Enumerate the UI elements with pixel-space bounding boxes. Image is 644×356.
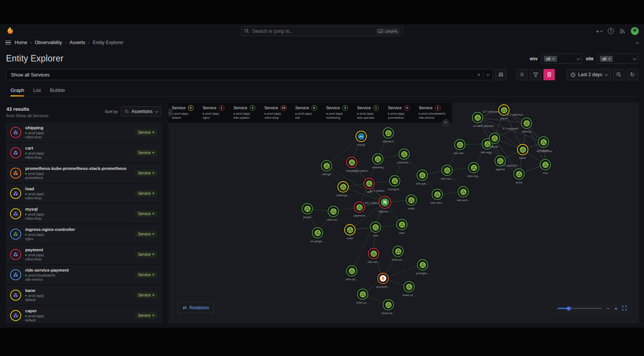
graph-node-shipping[interactable]: [346, 157, 357, 168]
graph-node-web[interactable]: [396, 219, 407, 230]
graph-node-catalogue[interactable]: [337, 181, 349, 193]
relations-button[interactable]: ⇄ Relations: [178, 302, 214, 313]
graph-node-kepler[interactable]: [489, 133, 500, 144]
service-list-item[interactable]: paymentprod (app)robot-shopService: [6, 244, 162, 265]
graph-node-kube_pr3[interactable]: [357, 289, 368, 300]
graph-node-loki_writ[interactable]: [458, 186, 469, 197]
legend-group[interactable]: Service4prod (app)prometheus: [388, 105, 418, 120]
breadcrumb-item[interactable]: Observability: [35, 40, 62, 45]
graph-node-kube_pr1[interactable]: [392, 246, 404, 257]
graph-node-agenta[interactable]: [494, 155, 506, 167]
delete-button[interactable]: [543, 69, 555, 80]
graph-node-pushgat[interactable]: [417, 259, 428, 270]
graph-node-load[interactable]: [344, 224, 356, 235]
user-avatar[interactable]: [631, 27, 639, 35]
graph-node-redis[interactable]: [406, 194, 417, 206]
service-list-item[interactable]: cartprod (app)robot-shopService: [6, 143, 162, 163]
legend-group[interactable]: Service9prod (app)default: [172, 105, 202, 120]
service-list-item[interactable]: prometheus-kube-prometheus-stack-prometh…: [6, 163, 162, 183]
graph-node-payment[interactable]: [354, 202, 365, 213]
chevron-down-icon[interactable]: [487, 73, 490, 76]
graph-node-deimos[interactable]: [521, 118, 532, 129]
search-input[interactable]: [252, 28, 373, 34]
zoom-out-time-button[interactable]: [613, 69, 624, 80]
service-list-item[interactable]: mysqlprod (app)robot-shopService: [6, 204, 162, 224]
graph-node-ratings[interactable]: [321, 160, 332, 171]
graph-node-loki_gat[interactable]: [417, 170, 428, 181]
graph-node-dispatch[interactable]: [383, 127, 394, 139]
graph-node-jaeger[interactable]: [302, 203, 313, 214]
graph-node-kube_pr2[interactable]: [403, 281, 415, 292]
tab-list[interactable]: List: [33, 87, 41, 96]
zoom-slider[interactable]: [557, 308, 602, 309]
graph-node-rabbitmq[interactable]: [372, 153, 383, 165]
grafana-logo-icon[interactable]: [5, 26, 15, 36]
graph-node-ride_ser[interactable]: [368, 248, 379, 259]
legend-group[interactable]: Service1prod (cloudwatch)ride-service: [419, 105, 449, 120]
zoom-out-button[interactable]: −: [606, 306, 610, 311]
tab-graph[interactable]: Graph: [11, 87, 24, 96]
legend-group[interactable]: Service3prod (app)istio-system: [233, 105, 264, 120]
clear-filter-icon[interactable]: ×: [477, 72, 480, 78]
graph-node-fluent[interactable]: [383, 299, 394, 310]
zoom-in-button[interactable]: +: [614, 306, 618, 311]
graph-node-current[interactable]: [472, 112, 483, 123]
global-search[interactable]: cmd+k: [241, 26, 403, 36]
service-list-item[interactable]: ingress-nginx-controllerprod (app)nginxS…: [6, 224, 162, 244]
graph-node-otel[interactable]: [328, 206, 339, 217]
settings-button[interactable]: [516, 69, 528, 80]
graph-node-loki_rea[interactable]: [441, 165, 453, 176]
graph-node-prometheus[interactable]: [398, 148, 410, 160]
menu-toggle-icon[interactable]: [5, 41, 11, 45]
graph-node-user[interactable]: [370, 222, 381, 233]
fullscreen-button[interactable]: [622, 306, 627, 311]
graph-node-es_jaeger[interactable]: [312, 227, 323, 238]
graph-node-mongodb[interactable]: [389, 175, 400, 186]
collapse-legend-icon[interactable]: [442, 119, 449, 126]
remove-env-value-icon[interactable]: ×: [552, 57, 554, 61]
graph-node-loki_can[interactable]: [454, 139, 465, 150]
legend-group[interactable]: Service1prod (app)istio-operator: [357, 105, 387, 120]
service-filter-value[interactable]: [10, 72, 474, 78]
tab-bubble[interactable]: Bubble: [50, 87, 65, 96]
graph-node-caper[interactable]: [498, 104, 510, 116]
env-select[interactable]: all×: [541, 53, 582, 64]
help-icon[interactable]: ?: [608, 28, 614, 34]
graph-node-loki_mini[interactable]: [432, 189, 443, 200]
service-list-item[interactable]: ride-service-paymentprod (cloudwatch)rid…: [6, 265, 162, 285]
refresh-button[interactable]: ↻: [627, 69, 638, 80]
graph-node-prometh2[interactable]: [377, 273, 389, 284]
legend-group[interactable]: Service6prod (app)loki: [295, 105, 325, 120]
graph-node-istio_ing[interactable]: [468, 162, 479, 173]
graph-node-amia[interactable]: [513, 168, 525, 180]
service-list-item[interactable]: shippingprod (app)robot-shopService: [6, 122, 162, 143]
graph-node-polyjuan[interactable]: [538, 136, 549, 148]
legend-group[interactable]: Service15prod (app)robot-shop: [264, 105, 295, 120]
legend-group[interactable]: Service3prod (app)monitoring: [326, 105, 356, 120]
breadcrumb-item[interactable]: Home: [15, 40, 27, 45]
service-list-item[interactable]: caperprod (app)defaultService: [6, 306, 162, 323]
graph-node-mysql[interactable]: [356, 131, 367, 142]
sort-select[interactable]: Assertions: [121, 106, 161, 116]
breadcrumb-item[interactable]: Asserts: [70, 40, 85, 45]
graph-node-istio_op[interactable]: [346, 265, 357, 277]
graph-node-mul[interactable]: [540, 159, 551, 170]
graph-node-ingress[interactable]: N: [378, 196, 391, 209]
site-select[interactable]: all×: [597, 53, 638, 64]
graph-node-bane[interactable]: [517, 144, 528, 155]
service-list-item[interactable]: baneprod (app)defaultService: [6, 285, 162, 306]
news-icon[interactable]: [620, 28, 625, 34]
graph-node-label: ingress-...: [372, 210, 398, 213]
service-filter-input[interactable]: ×: [6, 69, 493, 80]
time-range-picker[interactable]: Last 2 days: [567, 69, 611, 80]
filter-options-button[interactable]: [495, 69, 507, 80]
graph-node-cart[interactable]: [363, 178, 375, 189]
remove-site-value-icon[interactable]: ×: [608, 57, 610, 61]
graph-node-label: kube-pr...: [396, 293, 422, 297]
legend-group[interactable]: Service1prod (app)nginx: [203, 105, 233, 120]
zoom-slider-knob[interactable]: [566, 306, 571, 310]
collapse-header-icon[interactable]: [636, 39, 639, 46]
service-list-item[interactable]: loadprod (app)robot-shopService: [6, 183, 162, 204]
filter-button[interactable]: [530, 69, 541, 80]
new-menu-button[interactable]: +: [596, 28, 602, 34]
